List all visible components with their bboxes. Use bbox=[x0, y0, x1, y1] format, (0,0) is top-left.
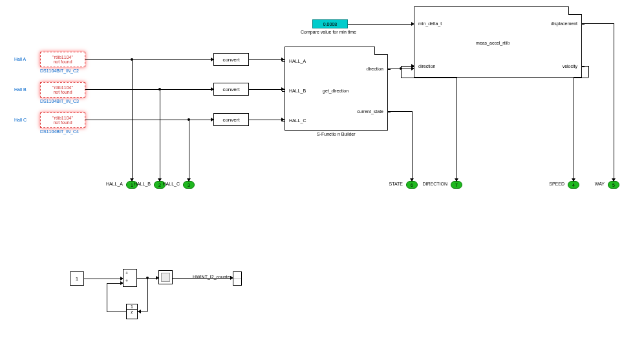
hall-c-block[interactable]: "rtlib1104" not found bbox=[40, 112, 85, 128]
outport-way[interactable]: WAY5 bbox=[608, 181, 619, 189]
outport-speed-num: 4 bbox=[572, 183, 575, 187]
hall-b-block[interactable]: "rtlib1104" not found bbox=[40, 82, 85, 98]
meas-port-direction: direction bbox=[418, 64, 435, 69]
delay-block[interactable]: 1 z bbox=[126, 304, 138, 319]
outport-way-num: 5 bbox=[612, 183, 615, 187]
outport-state[interactable]: STATE6 bbox=[406, 181, 418, 189]
scope-icon bbox=[161, 273, 170, 282]
constant-block[interactable]: 0.0008 bbox=[312, 19, 348, 28]
outport-speed[interactable]: SPEED4 bbox=[568, 181, 579, 189]
disp-row-1 bbox=[233, 272, 241, 279]
constant-label: Compare value for min time bbox=[301, 30, 356, 34]
sfunction-center-label: get_direction bbox=[323, 89, 349, 93]
meas-port-vel: velocity bbox=[563, 64, 577, 69]
outport-halla-num: 1 bbox=[131, 183, 133, 187]
sum-plus-top: + bbox=[125, 271, 128, 275]
hall-b-blocklabel: DS1104BIT_IN_C3 bbox=[40, 99, 79, 103]
hall-c-err2: not found bbox=[53, 120, 72, 125]
sum-block[interactable]: + + bbox=[123, 269, 137, 287]
hall-b-err2: not found bbox=[53, 90, 72, 94]
meas-port-mindt: min_delta_t bbox=[418, 21, 442, 26]
outport-hallb-num: 2 bbox=[158, 183, 161, 187]
hall-a-err2: not found bbox=[53, 59, 72, 64]
outport-hallc-num: 3 bbox=[188, 183, 190, 187]
delay-den: z bbox=[127, 310, 137, 314]
hall-c-err1: "rtlib1104" bbox=[52, 116, 73, 120]
convert-2[interactable]: convert bbox=[213, 83, 249, 96]
hall-c-label: Hall C bbox=[14, 118, 27, 122]
sfunction-port-hallb: HALL_B bbox=[289, 89, 306, 93]
outport-state-num: 6 bbox=[411, 183, 413, 187]
scope-block[interactable] bbox=[158, 270, 173, 284]
sfunction-port-halla: HALL_A bbox=[289, 59, 306, 63]
outport-speed-label: SPEED bbox=[549, 182, 564, 186]
sfunction-port-hallc: HALL_C bbox=[289, 118, 306, 123]
sfunction-title: S-Functio n Builder bbox=[317, 132, 356, 136]
meas-block[interactable]: min_delta_t direction meas_accel_rtlib d… bbox=[414, 6, 582, 78]
outport-hallb-label: HALL_B bbox=[134, 182, 151, 186]
hall-b-err1: "rtlib1104" bbox=[52, 85, 73, 90]
outport-hallc-label: HALL_C bbox=[163, 182, 180, 186]
hall-a-blocklabel: DS1104BIT_IN_C2 bbox=[40, 69, 79, 73]
counter-const[interactable]: 1 bbox=[70, 271, 84, 286]
outport-direction[interactable]: DIRECTION7 bbox=[451, 181, 462, 189]
sfunction-port-state: current_state bbox=[357, 109, 383, 114]
sfunction-block[interactable]: HALL_A HALL_B HALL_C get_direction direc… bbox=[284, 47, 388, 131]
sum-plus-bot: + bbox=[125, 279, 128, 283]
hall-a-block[interactable]: "rtlib1104" not found bbox=[40, 52, 85, 67]
outport-direction-num: 7 bbox=[455, 183, 458, 187]
meas-title: meas_accel_rtlib bbox=[476, 41, 510, 45]
hall-c-blocklabel: DS1104BIT_IN_C4 bbox=[40, 129, 79, 134]
meas-corner-icon bbox=[568, 6, 582, 15]
outport-hallc[interactable]: HALL_C3 bbox=[183, 181, 195, 189]
delay-num: 1 bbox=[127, 304, 137, 310]
meas-port-disp: displacement bbox=[551, 21, 577, 26]
outport-state-label: STATE bbox=[389, 182, 403, 186]
outport-way-label: WAY bbox=[595, 182, 605, 186]
outport-direction-label: DIRECTION bbox=[423, 182, 448, 186]
hall-a-err1: "rtlib1104" bbox=[52, 55, 73, 59]
hall-b-label: Hall B bbox=[14, 87, 27, 92]
convert-3[interactable]: convert bbox=[213, 113, 249, 126]
sfunction-port-direction: direction bbox=[367, 67, 383, 71]
outport-halla-label: HALL_A bbox=[106, 182, 123, 186]
display-block[interactable] bbox=[233, 271, 242, 286]
sfunction-corner-icon bbox=[374, 47, 388, 55]
hall-a-label: Hall A bbox=[14, 57, 26, 61]
convert-1[interactable]: convert bbox=[213, 53, 249, 66]
